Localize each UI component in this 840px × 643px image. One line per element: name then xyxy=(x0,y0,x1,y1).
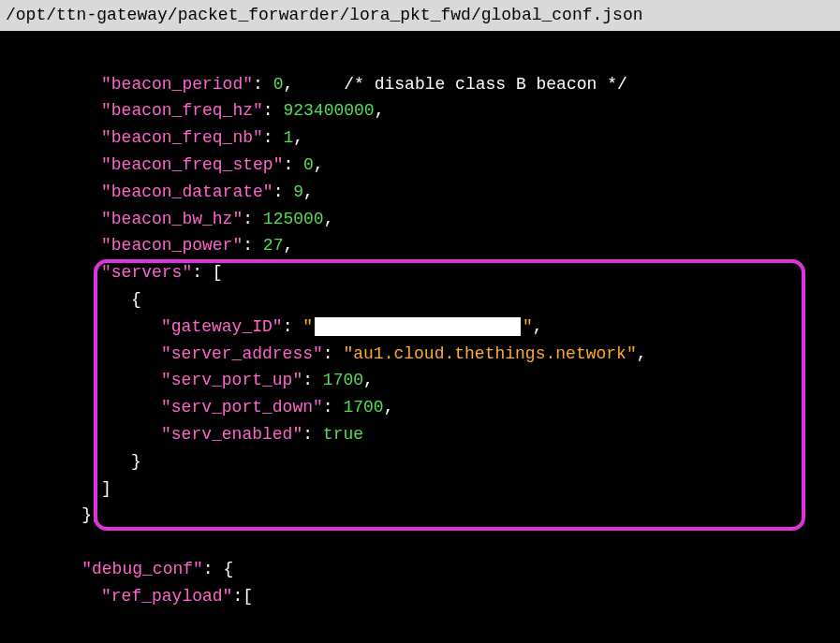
line-beacon-freq-hz: "beacon_freq_hz": 923400000, xyxy=(0,97,840,124)
line-server-address: "server_address": "au1.cloud.thethings.n… xyxy=(0,341,840,368)
val-beacon-bw-hz: 125000 xyxy=(263,210,324,228)
key-serv-port-down: "serv_port_down" xyxy=(161,398,323,416)
key-beacon-period: "beacon_period" xyxy=(101,75,253,94)
val-beacon-period: 0 xyxy=(273,75,284,94)
line-section-close: }, xyxy=(0,502,840,529)
key-serv-enabled: "serv_enabled" xyxy=(161,425,302,444)
redacted-gateway-id xyxy=(315,317,521,336)
blank-line xyxy=(0,44,840,71)
key-beacon-freq-hz: "beacon_freq_hz" xyxy=(101,101,263,120)
code-block: "beacon_period": 0, /* disable class B b… xyxy=(0,31,840,610)
val-serv-port-up: 1700 xyxy=(323,371,363,389)
line-beacon-datarate: "beacon_datarate": 9, xyxy=(0,179,840,206)
key-beacon-freq-nb: "beacon_freq_nb" xyxy=(101,128,263,147)
line-servers-close: ] xyxy=(0,475,840,503)
val-serv-enabled: true xyxy=(323,425,363,444)
val-serv-port-down: 1700 xyxy=(343,398,383,416)
key-ref-payload: "ref_payload" xyxy=(101,587,232,606)
file-path-text: /opt/ttn-gateway/packet_forwarder/lora_p… xyxy=(6,6,643,24)
line-serv-enabled: "serv_enabled": true xyxy=(0,421,840,448)
line-debug-conf: "debug_conf": { xyxy=(0,556,840,583)
line-beacon-freq-step: "beacon_freq_step": 0, xyxy=(0,152,840,179)
key-debug-conf: "debug_conf" xyxy=(81,560,203,578)
line-serv-port-up: "serv_port_up": 1700, xyxy=(0,367,840,394)
line-beacon-period: "beacon_period": 0, /* disable class B b… xyxy=(0,71,840,98)
line-serv-port-down: "serv_port_down": 1700, xyxy=(0,394,840,421)
val-beacon-freq-nb: 1 xyxy=(283,128,293,147)
line-server-obj-open: { xyxy=(0,286,840,314)
key-beacon-datarate: "beacon_datarate" xyxy=(101,183,273,201)
line-ref-payload: "ref_payload":[ xyxy=(0,583,840,610)
val-beacon-power: 27 xyxy=(263,236,284,255)
comment-beacon: /* disable class B beacon */ xyxy=(344,75,626,94)
line-beacon-freq-nb: "beacon_freq_nb": 1, xyxy=(0,124,840,152)
val-beacon-datarate: 9 xyxy=(293,183,303,201)
val-server-address: "au1.cloud.thethings.network" xyxy=(343,344,636,363)
blank-line-2 xyxy=(0,529,840,556)
key-beacon-freq-step: "beacon_freq_step" xyxy=(101,155,283,174)
key-servers: "servers" xyxy=(101,263,192,282)
key-serv-port-up: "serv_port_up" xyxy=(161,371,302,389)
file-path-bar: /opt/ttn-gateway/packet_forwarder/lora_p… xyxy=(0,0,840,31)
line-beacon-bw-hz: "beacon_bw_hz": 125000, xyxy=(0,206,840,233)
key-beacon-power: "beacon_power" xyxy=(101,236,243,255)
val-beacon-freq-step: 0 xyxy=(303,155,314,174)
line-servers-open: "servers": [ xyxy=(0,259,840,286)
key-gateway-id: "gateway_ID" xyxy=(161,317,283,336)
key-server-address: "server_address" xyxy=(161,344,323,363)
line-gateway-id: "gateway_ID": "", xyxy=(0,314,840,341)
line-server-obj-close: } xyxy=(0,448,840,475)
val-beacon-freq-hz: 923400000 xyxy=(283,101,374,120)
key-beacon-bw-hz: "beacon_bw_hz" xyxy=(101,210,243,228)
line-beacon-power: "beacon_power": 27, xyxy=(0,232,840,259)
